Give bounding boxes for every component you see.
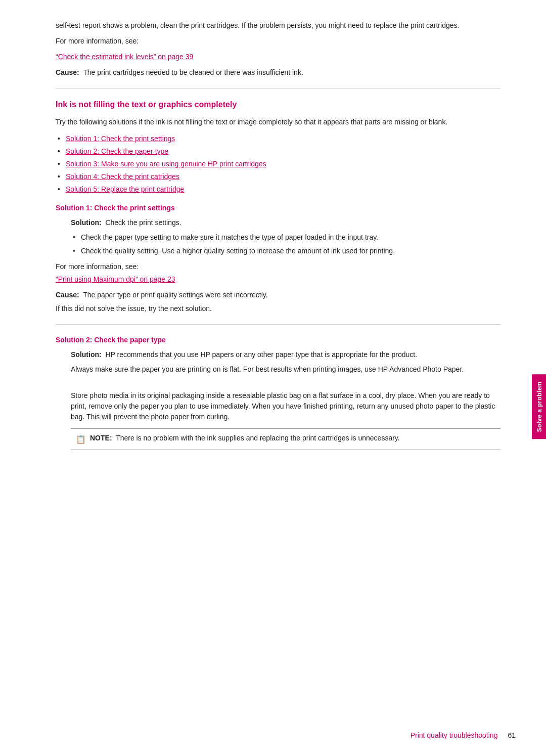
solution2-text: HP recommends that you use HP papers or … [105,350,417,359]
solution1-cause-label: Cause: [56,291,79,299]
page-footer: Print quality troubleshooting 61 [0,730,546,741]
solution2-para2: Store photo media in its original packag… [71,390,500,422]
solutions-list: Solution 1: Check the print settings Sol… [56,134,500,195]
solution2-block: Solution: HP recommends that you use HP … [56,349,500,450]
note-content: There is no problem with the ink supplie… [116,434,400,442]
solution1-bullet2: Check the quality setting. Use a higher … [71,246,500,256]
footer-link[interactable]: Print quality troubleshooting [411,730,498,741]
solution1-bullets: Check the paper type setting to make sur… [71,232,500,256]
solution1-cause: Cause: The paper type or print quality s… [56,290,500,300]
list-item[interactable]: Solution 1: Check the print settings [56,134,500,144]
solution1-block: Solution: Check the print settings. Chec… [56,217,500,256]
divider-mid [56,324,500,325]
note-icon: 📋 [76,433,86,446]
list-item[interactable]: Solution 4: Check the print catridges [56,171,500,182]
content-area: self-test report shows a problem, clean … [56,20,516,450]
side-tab[interactable]: Solve a problem [532,374,546,439]
top-cause-text: The print cartridges needed to be cleane… [83,68,303,76]
top-para: self-test report shows a problem, clean … [56,20,500,31]
note-box: 📋 NOTE: There is no problem with the ink… [71,428,500,450]
top-cause: Cause: The print cartridges needed to be… [56,67,500,78]
ink-section-heading: Ink is not filling the text or graphics … [56,99,500,111]
solution1-link[interactable]: “Print using Maximum dpi” on page 23 [56,274,500,285]
note-text: NOTE: There is no problem with the ink s… [90,433,400,443]
solution1-if-not-solved: If this did not solve the issue, try the… [56,303,500,314]
note-label: NOTE: [90,434,112,442]
solution1-intro: Solution: Check the print settings. [71,217,500,228]
divider-top [56,88,500,88]
solution1-label: Solution: [71,218,102,227]
ink-section-intro: Try the following solutions if the ink i… [56,117,500,127]
solution2-heading: Solution 2: Check the paper type [56,335,500,345]
estimated-ink-link[interactable]: “Check the estimated ink levels” on page… [56,52,500,62]
solution1-cause-text: The paper type or print quality settings… [83,291,267,299]
solution1-for-more: For more information, see: [56,261,500,272]
page: self-test report shows a problem, clean … [0,0,546,756]
solution1-text: Check the print settings. [105,218,181,227]
list-item[interactable]: Solution 2: Check the paper type [56,146,500,157]
top-cause-label: Cause: [56,68,79,76]
list-item[interactable]: Solution 5: Replace the print cartridge [56,184,500,195]
solution2-para1: Always make sure the paper you are print… [71,364,500,375]
list-item[interactable]: Solution 3: Make sure you are using genu… [56,159,500,169]
solution2-intro: Solution: HP recommends that you use HP … [71,349,500,360]
page-number: 61 [508,730,516,741]
solution2-label: Solution: [71,350,102,359]
solution1-heading: Solution 1: Check the print settings [56,203,500,213]
solution1-bullet1: Check the paper type setting to make sur… [71,232,500,243]
for-more-info-label: For more information, see: [56,36,500,47]
